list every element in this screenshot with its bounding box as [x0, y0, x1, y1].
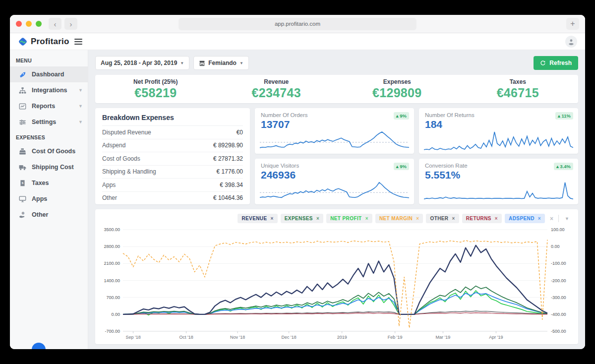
series-tag-bar: REVENUE×EXPENSES×NET PROFIT×NET MARGIN×O…	[100, 213, 573, 226]
address-bar[interactable]: app.profitario.com	[178, 18, 416, 30]
rocket-icon	[18, 70, 26, 78]
remove-series-icon[interactable]: ×	[316, 216, 319, 221]
svg-text:0.00: 0.00	[551, 244, 560, 249]
sidebar-section-header: MENU	[10, 53, 88, 66]
minimize-window-button[interactable]	[26, 21, 32, 27]
truck-icon	[18, 163, 26, 171]
series-tag-adspend[interactable]: ADSPEND×	[505, 214, 545, 223]
profitario-logo-icon	[18, 37, 28, 47]
sidebar: MENUDashboardIntegrations▼Reports▼Settin…	[10, 50, 88, 349]
plus-icon: +	[570, 19, 575, 28]
stat-value: €234743	[216, 86, 337, 100]
stat-taxes: Taxes€46715	[458, 78, 579, 100]
url-text: app.profitario.com	[275, 21, 320, 27]
chevron-down-icon: ▼	[78, 120, 83, 124]
breakdown-row: Adspend€ 89298.90	[102, 139, 243, 153]
breakdown-expenses-card: Breakdown ExpensesDisputed Revenue€0Adsp…	[95, 108, 250, 204]
svg-text:100.00: 100.00	[551, 227, 565, 232]
back-icon: ‹	[54, 20, 57, 28]
visitors-card: Unique Visitors246936▴ 9%	[255, 159, 414, 204]
series-tag-returns[interactable]: RETURNS×	[462, 214, 502, 223]
change-badge: ▴ 9%	[394, 163, 409, 170]
breakdown-row-label: Adspend	[102, 142, 125, 149]
series-dropdown-chevron-icon[interactable]: ▼	[562, 216, 572, 221]
sidebar-item-apps[interactable]: Apps	[10, 191, 88, 207]
remove-series-icon[interactable]: ×	[538, 216, 541, 221]
store-selector[interactable]: Femiando ▼	[193, 56, 249, 70]
breakdown-row: Other€ 10464.36	[102, 192, 243, 205]
svg-text:Sep '18: Sep '18	[125, 335, 140, 340]
browser-back-button[interactable]: ‹	[49, 18, 61, 30]
sidebar-item-taxes[interactable]: $Taxes	[10, 175, 88, 191]
svg-text:-300.00: -300.00	[551, 295, 566, 300]
sidebar-item-label: Settings	[32, 119, 56, 125]
breakdown-row-label: Shipping & Handling	[102, 168, 156, 175]
toolbar: Aug 25, 2018 - Apr 30, 2019 ▼ Femiando ▼…	[95, 56, 578, 70]
mini-card-title: Number Of Returns	[425, 112, 572, 118]
change-badge: ▴ 9%	[394, 112, 409, 120]
traffic-lights	[16, 21, 42, 27]
hamburger-menu-icon[interactable]	[74, 39, 82, 45]
user-avatar[interactable]	[565, 36, 577, 48]
conversion-card: Conversion Rate5.551%▴ 3.4%	[419, 159, 578, 204]
svg-text:-700.00: -700.00	[105, 329, 120, 334]
sidebar-item-label: Integrations	[32, 87, 67, 94]
svg-text:-200.00: -200.00	[551, 278, 566, 283]
zoom-window-button[interactable]	[36, 21, 42, 27]
sidebar-item-reports[interactable]: Reports▼	[10, 98, 88, 114]
remove-series-icon[interactable]: ×	[365, 216, 368, 221]
app-header: Profitario	[10, 33, 585, 50]
orders-card: Number Of Orders13707▴ 9%	[255, 108, 414, 154]
clear-all-series-icon[interactable]: ×	[548, 215, 555, 222]
sparkline-chart	[260, 179, 409, 202]
svg-text:2800.00: 2800.00	[104, 244, 120, 249]
date-range-picker[interactable]: Aug 25, 2018 - Apr 30, 2019 ▼	[95, 56, 189, 70]
sparkline-chart	[424, 179, 573, 202]
remove-series-icon[interactable]: ×	[271, 216, 274, 221]
svg-text:2100.00: 2100.00	[104, 261, 120, 266]
main-chart: 3500.002800.002100.001400.00700.000.00-7…	[100, 226, 573, 342]
stat-value: €58219	[95, 86, 216, 100]
sidebar-item-cost-of-goods[interactable]: Cost Of Goods	[10, 143, 88, 159]
new-tab-button[interactable]: +	[566, 18, 579, 30]
close-window-button[interactable]	[16, 21, 22, 27]
breakdown-title: Breakdown Expenses	[102, 108, 243, 126]
series-tag-net-margin[interactable]: NET MARGIN×	[375, 214, 423, 223]
breakdown-row-value: €0	[237, 129, 243, 136]
hand-coin-icon: $	[18, 211, 26, 219]
forward-icon: ›	[70, 20, 72, 28]
sidebar-item-other[interactable]: $Other	[10, 207, 88, 223]
stat-label: Net Profit (25%)	[95, 78, 216, 85]
series-tag-expenses[interactable]: EXPENSES×	[281, 214, 323, 223]
series-tag-label: NET PROFIT	[330, 216, 361, 221]
series-tag-revenue[interactable]: REVENUE×	[238, 214, 277, 223]
sidebar-item-label: Reports	[32, 103, 55, 110]
breakdown-row-value: € 10464.36	[213, 194, 243, 201]
svg-text:-400.00: -400.00	[551, 312, 566, 317]
stat-value: €46715	[458, 86, 579, 100]
chevron-down-icon: ▼	[78, 88, 83, 93]
sidebar-item-dashboard[interactable]: Dashboard	[10, 66, 88, 82]
sparkline-chart	[260, 128, 409, 151]
person-icon	[567, 38, 575, 46]
breakdown-row-value: € 27871.32	[213, 155, 243, 162]
svg-text:3500.00: 3500.00	[104, 227, 120, 232]
refresh-button[interactable]: Refresh	[534, 56, 578, 70]
remove-series-icon[interactable]: ×	[416, 216, 419, 221]
sidebar-item-settings[interactable]: Settings▼	[10, 114, 88, 130]
series-tag-other[interactable]: OTHER×	[426, 214, 459, 223]
series-tag-label: ADSPEND	[509, 216, 535, 221]
svg-text:Nov '18: Nov '18	[230, 335, 245, 340]
breakdown-row: Disputed Revenue€0	[102, 126, 243, 139]
svg-text:Apr '19: Apr '19	[489, 335, 503, 340]
series-tag-label: EXPENSES	[285, 216, 313, 221]
remove-series-icon[interactable]: ×	[452, 216, 455, 221]
series-tag-net-profit[interactable]: NET PROFIT×	[326, 214, 372, 223]
chevron-down-icon: ▼	[180, 61, 184, 65]
sidebar-item-integrations[interactable]: Integrations▼	[10, 82, 88, 98]
sidebar-item-shipping-cost[interactable]: Shipping Cost	[10, 159, 88, 175]
remove-series-icon[interactable]: ×	[495, 216, 498, 221]
receipt-icon: $	[18, 179, 26, 187]
refresh-icon	[540, 60, 546, 66]
browser-forward-button[interactable]: ›	[64, 18, 77, 30]
